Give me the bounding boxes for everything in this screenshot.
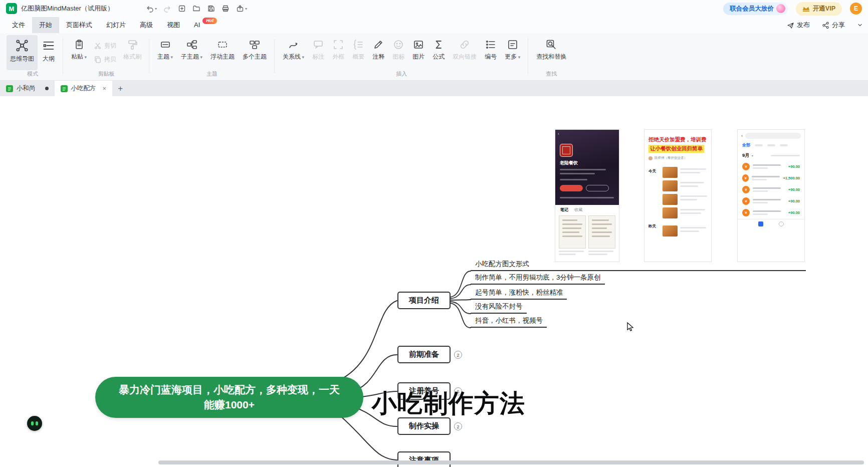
food-thumbnail <box>663 225 678 237</box>
floating-topic-label: 浮动主题 <box>210 53 235 61</box>
image-button[interactable]: 图片 <box>409 35 428 70</box>
user-avatar[interactable]: E <box>850 3 862 15</box>
menu-tab-slides[interactable]: 幻灯片 <box>99 17 133 33</box>
bidirectional-link-button[interactable]: 双向链接 <box>449 35 480 70</box>
doc-tab-xiaoheshang[interactable]: 小和尚 <box>0 81 55 96</box>
numbering-button[interactable]: 编号 <box>481 35 500 70</box>
new-file-icon <box>178 5 186 13</box>
quick-access-toolbar <box>146 5 247 13</box>
close-tab-icon[interactable] <box>103 85 107 92</box>
new-tab-button[interactable] <box>112 81 128 96</box>
group-label-find: 查找 <box>533 70 570 80</box>
shop-name: 老陆餐饮 <box>560 160 578 166</box>
note-button[interactable]: 注释 <box>369 35 388 70</box>
ai-assistant-bubble[interactable] <box>27 416 42 431</box>
undo-icon <box>146 5 154 13</box>
food-thumbnail <box>663 180 678 191</box>
topic-button[interactable]: 主题 <box>154 35 176 70</box>
doc-icon <box>61 85 68 92</box>
callout-button[interactable]: 标注 <box>309 35 328 70</box>
relationship-line-button[interactable]: 关系线 <box>279 35 308 70</box>
branch-node-project-intro[interactable]: 项目介绍 <box>397 292 451 309</box>
cut-icon <box>94 42 102 50</box>
mindmap-canvas[interactable]: 小吃配方图文形式 制作简单，不用剪辑功底，3分钟一条原创 起号简单，涨粉快，粉丝… <box>0 96 868 467</box>
video-feed: 今天 昨天 <box>644 163 711 237</box>
paper-plane-icon <box>787 22 794 29</box>
attachment-image-promo-feed[interactable]: 拒绝天价加盟费，培训费 让小餐饮创业回归简单 陈师傅（餐饮创业者） 今天 昨天 <box>644 130 711 262</box>
new-file-button[interactable] <box>178 5 186 13</box>
menu-tab-home[interactable]: 开始 <box>32 17 59 33</box>
export-button[interactable] <box>236 5 247 13</box>
summary-button[interactable]: 概要 <box>349 35 368 70</box>
paste-button[interactable]: 粘贴 <box>68 35 90 70</box>
subtopic-node[interactable]: 制作简单，不用剪辑功底，3分钟一条原创 <box>471 273 605 285</box>
ai-face-icon <box>36 421 38 425</box>
find-replace-label: 查找和替换 <box>536 53 566 61</box>
placeholder-bar <box>560 169 606 170</box>
copy-icon <box>94 56 102 64</box>
summary-icon <box>353 39 364 50</box>
amount: +90.00 <box>788 164 800 169</box>
format-painter-button[interactable]: 格式刷 <box>120 35 145 70</box>
marker-icon-button[interactable]: 图标 <box>389 35 408 70</box>
share-button[interactable]: 分享 <box>822 21 845 30</box>
smiley-icon <box>393 39 404 50</box>
yuan-icon <box>742 163 750 170</box>
redo-button[interactable] <box>163 5 171 13</box>
member-promo-badge[interactable]: 联合会员大放价 <box>723 3 788 15</box>
subtopic-node[interactable]: 没有风险不封号 <box>471 302 527 314</box>
boundary-button[interactable]: 外框 <box>329 35 348 70</box>
branch-node-preparation[interactable]: 前期准备 <box>397 346 451 363</box>
profile-tabs: 笔记 收藏 <box>555 205 619 214</box>
undo-button[interactable] <box>146 5 157 13</box>
branch-node-notes[interactable]: 注意事项 <box>397 451 451 467</box>
placeholder-bar <box>560 179 587 180</box>
format-painter-label: 格式刷 <box>123 53 141 61</box>
multiple-topics-button[interactable]: 多个主题 <box>239 35 270 70</box>
find-replace-button[interactable]: 查找和替换 <box>533 35 570 70</box>
export-caret-icon <box>245 7 247 11</box>
copy-button[interactable]: 拷贝 <box>94 55 116 64</box>
mindmap-mode-button[interactable]: 思维导图 <box>7 35 38 70</box>
attachment-image-shop-profile[interactable]: 老陆餐饮 笔记 收藏 <box>555 130 619 262</box>
numbered-list-icon <box>485 39 496 50</box>
app-logo-icon <box>6 3 17 14</box>
floating-text-node[interactable]: 小吃制作方法 <box>372 387 525 420</box>
menu-tab-page-style[interactable]: 页面样式 <box>59 17 99 33</box>
yuan-icon <box>742 174 749 182</box>
menu-tab-file[interactable]: 文件 <box>5 17 32 33</box>
cut-button[interactable]: 剪切 <box>94 42 116 50</box>
publish-button[interactable]: 发布 <box>787 21 810 30</box>
horizontal-scrollbar[interactable] <box>158 460 864 464</box>
central-topic-node[interactable]: 暴力冷门蓝海项目，小吃配方，多种变现，一天能赚1000+ <box>95 377 363 418</box>
back-icon <box>741 133 743 138</box>
outline-mode-button[interactable]: 大纲 <box>39 35 59 70</box>
amount: +90.00 <box>788 187 800 192</box>
subtopic-node[interactable]: 起号简单，涨粉快，粉丝精准 <box>471 288 567 300</box>
open-file-button[interactable] <box>192 5 200 13</box>
menubar-right-actions: 发布 分享 <box>787 21 863 30</box>
subtopic-node[interactable]: 抖音，小红书，视频号 <box>471 316 547 328</box>
mindmap-mode-label: 思维导图 <box>10 55 34 63</box>
collapse-ribbon-icon[interactable] <box>857 22 863 28</box>
collapse-badge[interactable]: 2 <box>454 351 462 359</box>
floating-topic-button[interactable]: 浮动主题 <box>207 35 238 70</box>
titlebar: 亿图脑图MindMaster（试用版） <box>0 0 868 17</box>
unsaved-dot-icon <box>45 87 49 90</box>
placeholder-bar <box>767 144 775 146</box>
menu-tab-ai[interactable]: AI Hot <box>187 17 207 33</box>
doc-tab-xiaochipeifang[interactable]: 小吃配方 <box>55 81 113 96</box>
formula-button[interactable]: 公式 <box>429 35 448 70</box>
topic-label: 主题 <box>157 53 173 61</box>
paste-label: 粘贴 <box>71 53 87 61</box>
save-button[interactable] <box>207 5 215 13</box>
open-vip-button[interactable]: 开通VIP <box>796 2 842 16</box>
menu-tab-view[interactable]: 视图 <box>160 17 187 33</box>
subtopic-button[interactable]: 子主题 <box>177 35 206 70</box>
promo-headlines: 拒绝天价加盟费，培训费 让小餐饮创业回归简单 陈师傅（餐饮创业者） <box>644 130 711 163</box>
more-insert-button[interactable]: 更多 <box>501 35 524 70</box>
menu-tab-advanced[interactable]: 高级 <box>133 17 160 33</box>
print-button[interactable] <box>222 5 230 13</box>
attachment-image-payment-records[interactable]: 全部 9月 +90.00 +1,500.00 +90.00 +90.00 +90… <box>738 130 804 262</box>
collapse-badge[interactable]: 2 <box>454 422 462 430</box>
